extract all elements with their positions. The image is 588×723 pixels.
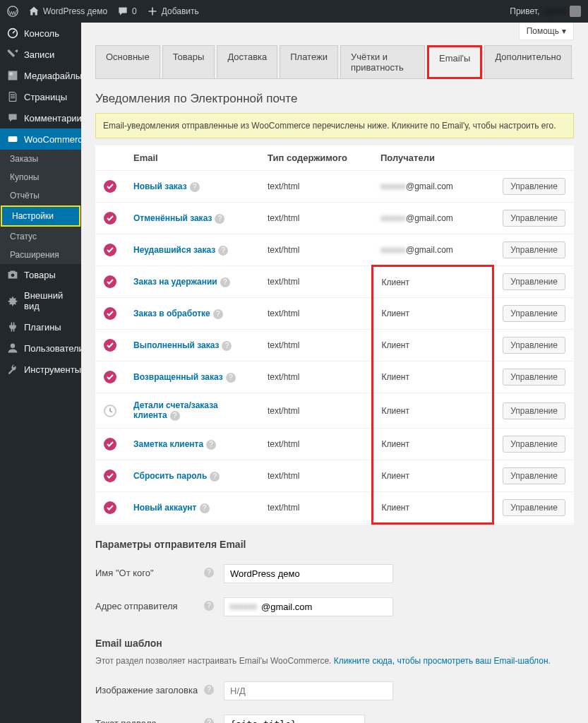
help-icon[interactable]: ? [215, 214, 224, 224]
email-type: text/html [259, 266, 372, 298]
tab-products[interactable]: Товары [162, 45, 215, 79]
help-icon[interactable]: ? [210, 472, 220, 482]
email-type: text/html [259, 393, 372, 429]
email-link[interactable]: Новый заказ [133, 181, 187, 191]
footer-text-input[interactable]: {site_title} [224, 715, 365, 723]
manage-button[interactable]: Управление [503, 210, 565, 227]
email-link[interactable]: Неудавшийся заказ [133, 245, 215, 255]
comments-link[interactable]: 0 [117, 6, 137, 17]
menu-products[interactable]: Товары [0, 264, 81, 285]
menu-posts[interactable]: Записи [0, 44, 81, 65]
email-link[interactable]: Заказ в обработке [133, 309, 210, 318]
help-icon[interactable]: ? [204, 685, 214, 695]
email-row: Сбросить пароль?text/htmlКлиентУправлени… [95, 460, 574, 492]
email-recipient: Клиент [372, 492, 493, 524]
menu-tools[interactable]: Инструменты [0, 359, 81, 380]
tab-shipping[interactable]: Доставка [217, 45, 277, 79]
header-img-input[interactable] [224, 681, 393, 700]
email-recipient: xxxxxx@gmail.com [372, 171, 493, 203]
email-recipient: Клиент [372, 266, 493, 298]
menu-media[interactable]: Медиафайлы [0, 65, 81, 86]
admin-sidebar: Консоль Записи Медиафайлы Страницы Комме… [0, 23, 81, 723]
email-link[interactable]: Сбросить пароль [133, 471, 207, 481]
help-icon[interactable]: ? [213, 309, 223, 319]
email-link[interactable]: Отменённый заказ [133, 213, 212, 223]
tab-general[interactable]: Основные [95, 45, 160, 79]
menu-pages[interactable]: Страницы [0, 86, 81, 107]
help-icon[interactable]: ? [220, 277, 230, 287]
email-type: text/html [259, 362, 372, 393]
from-name-input[interactable] [224, 564, 393, 583]
th-email: Email [125, 145, 259, 171]
help-icon[interactable]: ? [204, 568, 214, 578]
help-icon[interactable]: ? [204, 601, 214, 611]
avatar-icon [570, 6, 581, 17]
email-link[interactable]: Возвращенный заказ [133, 372, 223, 382]
help-icon[interactable]: ? [218, 246, 228, 256]
menu-comments[interactable]: Комментарии [0, 107, 81, 129]
email-type: text/html [259, 298, 372, 330]
menu-woocommerce[interactable]: WooCommerce [0, 129, 81, 150]
template-heading: Email шаблон [95, 638, 574, 649]
site-link[interactable]: WordPress демо [28, 6, 107, 17]
submenu-reports[interactable]: Отчёты [0, 186, 81, 205]
menu-dashboard[interactable]: Консоль [0, 23, 81, 44]
manage-button[interactable]: Управление [503, 499, 565, 516]
email-link[interactable]: Заказ на удержании [133, 277, 217, 287]
manage-button[interactable]: Управление [503, 305, 565, 322]
submenu-status[interactable]: Статус [0, 227, 81, 246]
manage-button[interactable]: Управление [503, 178, 565, 195]
template-preview-link[interactable]: Кликните сюда, чтобы просмотреть ваш Ema… [334, 656, 548, 666]
help-icon[interactable]: ? [204, 718, 214, 723]
submenu-settings[interactable]: Настройки [1, 205, 80, 227]
submenu-coupons[interactable]: Купоны [0, 168, 81, 186]
manage-button[interactable]: Управление [503, 402, 565, 419]
email-recipient: Клиент [372, 393, 493, 429]
help-icon[interactable]: ? [170, 411, 180, 421]
status-icon [104, 244, 116, 256]
email-type: text/html [259, 460, 372, 492]
page-title: Уведомления по Электронной почте [95, 92, 574, 106]
manage-button[interactable]: Управление [503, 369, 565, 386]
manage-button[interactable]: Управление [503, 436, 565, 453]
manage-button[interactable]: Управление [503, 241, 565, 258]
email-type: text/html [259, 171, 372, 203]
tab-accounts[interactable]: Учётки и приватность [340, 45, 425, 79]
help-tab[interactable]: Помощь ▾ [519, 23, 574, 40]
manage-button[interactable]: Управление [503, 337, 565, 354]
help-icon[interactable]: ? [222, 341, 232, 351]
submenu-orders[interactable]: Заказы [0, 150, 81, 168]
wp-logo[interactable] [7, 6, 18, 17]
add-new[interactable]: Добавить [147, 6, 199, 17]
help-icon[interactable]: ? [226, 373, 236, 383]
status-icon [104, 371, 116, 383]
sender-heading: Параметры отправителя Email [95, 539, 574, 550]
header-img-label: Изображение заголовка [95, 681, 201, 695]
menu-appearance[interactable]: Внешний вид [0, 285, 81, 316]
email-link[interactable]: Новый аккаунт [133, 503, 197, 513]
help-icon[interactable]: ? [206, 440, 216, 450]
submenu-extensions[interactable]: Расширения [0, 246, 81, 264]
menu-plugins[interactable]: Плагины [0, 316, 81, 337]
footer-text-label: Текст подвала [95, 715, 201, 723]
email-link[interactable]: Выполненный заказ [133, 340, 219, 350]
svg-point-4 [11, 344, 15, 348]
manage-button[interactable]: Управление [503, 467, 565, 484]
user-greeting[interactable]: Привет, admin [510, 6, 581, 17]
status-icon [104, 212, 116, 225]
help-icon[interactable]: ? [200, 503, 210, 513]
email-row: Заказ на удержании?text/htmlКлиентУправл… [95, 266, 574, 298]
email-link[interactable]: Заметка клиента [133, 439, 203, 449]
help-icon[interactable]: ? [190, 182, 200, 192]
tab-advanced[interactable]: Дополнительно [484, 45, 572, 79]
tab-payments[interactable]: Платежи [280, 45, 338, 79]
email-row: Неудавшийся заказ?text/htmlxxxxxx@gmail.… [95, 234, 574, 266]
manage-button[interactable]: Управление [503, 273, 565, 290]
status-icon [104, 470, 116, 482]
email-row: Новый аккаунт?text/htmlКлиентУправление [95, 492, 574, 524]
email-row: Выполненный заказ?text/htmlКлиентУправле… [95, 330, 574, 362]
email-row: Возвращенный заказ?text/htmlКлиентУправл… [95, 362, 574, 393]
tab-emails[interactable]: Email'ы [427, 45, 482, 79]
svg-rect-3 [8, 136, 18, 142]
menu-users[interactable]: Пользователи [0, 337, 81, 359]
